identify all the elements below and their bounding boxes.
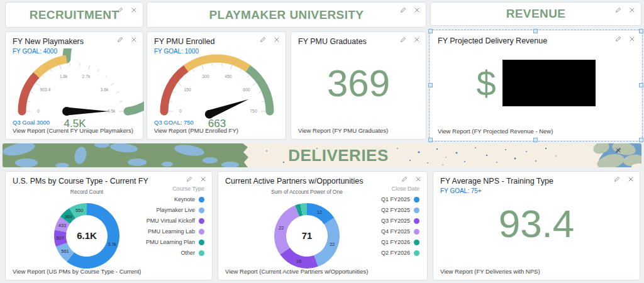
legend-label: Q3 FY2025 [381,218,410,224]
chart-title: Sum of Account Power of One [271,189,343,195]
legend-swatch [199,229,204,235]
close-icon[interactable] [414,7,420,13]
edit-icon[interactable] [614,176,620,182]
legend-item[interactable]: Other [146,250,204,256]
edit-icon[interactable] [117,36,123,43]
donut-chart: Sum of Account Power of One1222162271 [235,187,379,275]
widget-title: FY New Playmakers [13,37,84,46]
view-report-link[interactable]: View Report (US PMs by Course Type - Cur… [13,268,142,275]
resize-handle[interactable] [428,83,433,87]
gauge-arc-segment [67,48,144,111]
legend-item[interactable]: Playmaker Live [146,207,204,213]
close-icon[interactable] [629,147,635,153]
legend-item[interactable]: PMU Learning Plan [146,239,204,245]
widget-fy-average-nps: FY Average NPS - Training Type FY GOAL: … [433,171,640,280]
legend-item[interactable]: Q1 FY2026 [381,239,419,245]
edit-icon[interactable] [615,7,621,13]
donut-slice-label: 561 [61,248,69,254]
gauge-tick [184,75,186,77]
legend-swatch [414,218,419,224]
legend-item[interactable]: Q1 FY2025 [381,196,419,203]
legend-item[interactable]: Keynote [146,196,204,203]
gauge-tick-label: 600 [243,87,250,92]
close-icon[interactable] [131,36,137,43]
donut-slice[interactable] [314,218,340,267]
legend-item[interactable]: Q2 FY2025 [381,207,419,213]
gauge-tick [106,75,108,77]
resize-handle[interactable] [639,83,643,87]
gauge-tick-label: 903.4 [40,87,51,92]
gauge-tick [42,75,44,77]
legend-item[interactable]: Q3 FY2025 [381,218,419,224]
legend-swatch [414,229,419,235]
view-report-link[interactable]: View Report (Current Active Partners w/O… [225,268,368,275]
quarter-goal-link[interactable]: Q3 GOAL: 750 [154,119,238,127]
resize-handle[interactable] [533,29,538,33]
edit-icon[interactable] [400,36,406,43]
view-report-link[interactable]: View Report (FY Projected Revenue - New) [438,128,553,135]
legend-label: PMU Learning Plan [146,239,195,245]
widget-footer: Q3 Goal 3000 View Report (Current FY Uni… [13,119,133,135]
legend-swatch [199,250,204,256]
close-icon[interactable] [629,36,635,42]
edit-icon[interactable] [401,176,408,182]
widget-title: FY PMU Enrolled [154,37,214,46]
donut-slice-label: 507 [56,235,64,241]
legend-label: Q2 FY2026 [381,250,410,256]
widget-fy-new-playmakers: FY New Playmakers FY GOAL: 4000 0903.41.… [5,31,143,140]
resize-handle[interactable] [533,138,538,142]
legend-item[interactable]: PMU Learning Lab [146,228,204,235]
currency-symbol: $ [476,63,496,104]
resize-handle[interactable] [639,29,643,33]
donut-slice[interactable] [274,206,299,255]
edit-icon[interactable] [400,7,406,13]
gauge-tick [51,69,52,72]
gauge-tick [240,69,241,72]
close-icon[interactable] [131,7,137,13]
donut-slice-label: 433 [58,223,67,228]
chart-legend: Course TypeKeynotePlaymaker LivePMU Virt… [146,186,204,260]
metric-value-row: $ [431,45,641,121]
quarter-goal-link[interactable]: Q3 Goal 3000 [13,119,133,127]
legend-swatch [414,197,419,203]
resize-handle[interactable] [639,138,643,142]
legend-item[interactable]: Q2 FY2026 [381,250,419,256]
resize-handle[interactable] [428,29,433,33]
edit-icon[interactable] [260,36,266,43]
widget-title: U.S. PMs by Course Type - Current FY [13,177,148,186]
close-icon[interactable] [415,176,421,182]
legend-title: Close Date [381,186,419,192]
close-icon[interactable] [414,36,420,43]
gauge-tick [202,65,203,70]
gauge-tick-label: 0 [179,109,182,113]
gauge-tick-label: 150 [184,87,191,92]
close-icon[interactable] [274,36,280,43]
view-report-link[interactable]: View Report (Current FY Unique Playmaker… [13,127,133,134]
widget-footer: Q3 GOAL: 750 View Report (PMU Enrolled F… [154,119,238,135]
legend-label: Q1 FY2026 [381,239,410,245]
donut-slice-label: 16 [296,258,301,264]
widget-title: Current Active Partners w/Opportunities [225,177,364,186]
edit-icon[interactable] [117,7,123,13]
legend-swatch [414,208,419,213]
resize-handle[interactable] [428,138,433,142]
view-report-link[interactable]: View Report (FY PMU Graduates) [298,127,388,134]
legend-item[interactable]: PMU Virtual Kickoff [146,218,204,224]
legend-label: Q2 FY2025 [381,207,410,213]
gauge-tick-label: 1.8k [60,74,68,79]
legend-label: Q1 FY2025 [381,196,410,203]
gauge-tick [116,92,119,93]
gauge-needle [67,108,109,116]
legend-label: Playmaker Live [156,207,195,213]
close-icon[interactable] [200,176,206,182]
edit-icon[interactable] [186,176,192,182]
close-icon[interactable] [628,176,634,182]
legend-item[interactable]: Q4 FY2025 [381,228,419,235]
donut-chart: Record Count3.7k5615074333695506.1K [14,187,159,275]
close-icon[interactable] [629,7,635,13]
widget-fy-projected-delivery-revenue: FY Projected Delivery Revenue $ View Rep… [430,31,641,140]
view-report-link[interactable]: View Report (PMU Enrolled FY) [154,127,238,134]
view-report-link[interactable]: View Report (FY Deliveries with NPS) [440,268,540,275]
gauge-tick [111,83,114,86]
edit-icon[interactable] [615,36,621,42]
